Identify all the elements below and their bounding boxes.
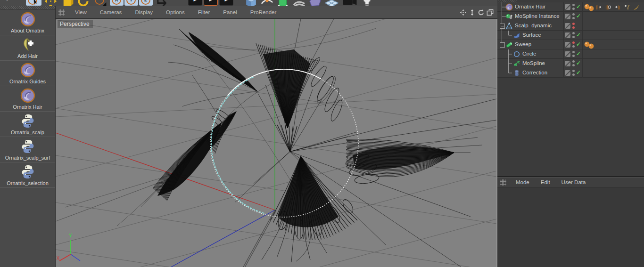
viewport-3d-scene[interactable]: YX [56,19,496,267]
axis-y-lock-icon[interactable]: Y [124,0,138,6]
editor-visibility-dot[interactable] [572,13,575,16]
sidebar-item-ornatrix-scalp-surf[interactable]: Ornatrix_scalp_surf [0,137,55,162]
editor-visibility-dot[interactable] [572,51,575,53]
enabled-check[interactable]: ✓ [576,60,583,66]
modeling-icon[interactable] [276,0,290,6]
layer-toggle[interactable] [565,70,570,76]
viewport-menu-filter[interactable]: Filter [191,9,217,15]
om-column-divider [563,2,564,78]
render-visibility-dot[interactable] [572,26,575,29]
flag-hair-tag-icon[interactable] [624,4,630,10]
attribute-manager-body [497,187,644,267]
editor-visibility-dot[interactable] [572,41,575,44]
am-menu-edit[interactable]: Edit [535,179,556,185]
menubar-grip-icon[interactable] [500,179,506,186]
render-settings-icon[interactable]: ▶ [204,0,218,6]
volume-icon[interactable] [308,0,322,6]
spline-pen-icon[interactable] [260,0,274,6]
layer-toggle[interactable] [565,32,570,38]
axis-x-lock-icon[interactable]: X [110,0,124,6]
sidebar-item-ornatrix-hair[interactable]: Ornatrix Hair [0,86,55,112]
pan-icon[interactable] [460,9,467,16]
render-visibility-dot[interactable] [572,36,575,38]
rotate-tool-icon[interactable] [76,0,91,6]
viewport-nav-icons [460,9,494,16]
menubar-grip-icon[interactable] [58,9,65,16]
viewport-menu-prorender[interactable]: ProRender [244,9,283,15]
object-name: MoSpline Instance [515,13,560,19]
enabled-check[interactable]: ✓ [576,13,583,19]
sidebar-item-add-hair[interactable]: Add Hair [0,35,55,61]
viewport-menu-options[interactable]: Options [159,9,191,15]
am-menu-mode[interactable]: Mode [510,179,535,185]
hair-swoosh-tag-icon[interactable] [633,4,640,10]
tree-collapse-box[interactable] [500,42,505,48]
enabled-check[interactable]: ✓ [576,50,583,57]
enabled-check[interactable]: ✓ [576,69,583,76]
viewport-menu-cameras[interactable]: Cameras [93,9,129,15]
palette-drag-handle[interactable] [0,6,55,10]
rotate-view-icon[interactable] [478,9,485,16]
perspective-view[interactable]: YX Perspective [56,19,497,267]
arrow-comb-tag-icon[interactable] [614,4,621,10]
scale-tool-icon[interactable] [60,0,74,6]
coordinate-system-icon[interactable] [156,0,172,6]
view-label[interactable]: Perspective [58,20,93,28]
sidebar-item-ornatrix-guides[interactable]: Ornatrix Guides [0,61,55,86]
undo-icon[interactable]: ↶ [0,0,17,6]
add-cube-icon[interactable] [244,0,258,6]
render-visibility-dot[interactable] [572,55,575,57]
render-visibility-dot[interactable] [572,8,575,10]
render-visibility-dot[interactable] [572,45,575,48]
toggle-views-icon[interactable] [487,9,494,16]
render-visibility-dot[interactable] [572,64,575,66]
sidebar-item-label: Ornatrix_scalp [11,129,44,135]
viewport-menu-view[interactable]: View [68,9,93,15]
move-tool-icon[interactable] [43,0,58,6]
zoom-icon[interactable] [469,9,476,16]
layer-toggle[interactable] [565,51,570,57]
layer-toggle[interactable] [565,4,570,10]
enabled-check[interactable]: ✓ [576,41,583,48]
editor-visibility-dot[interactable] [572,70,575,72]
last-tool-icon[interactable] [93,0,107,6]
object-tree-lines [497,2,520,78]
sidebar-item-label: Add Hair [17,53,38,59]
mograph-icon[interactable] [292,0,306,6]
viewport-menu-display[interactable]: Display [128,9,159,15]
layer-toggle[interactable] [565,23,570,29]
viewport-menu-panel[interactable]: Panel [216,9,243,15]
sidebar-item-ornatrix-scalp[interactable]: Ornatrix_scalp [0,112,55,137]
am-menu-user-data[interactable]: User Data [556,179,592,185]
editor-visibility-dot[interactable] [572,32,575,34]
sphere-tag-icon[interactable] [588,43,594,49]
editor-visibility-dot[interactable] [572,23,575,25]
layer-toggle[interactable] [565,14,570,19]
ornatrix-swirl-icon [20,63,35,78]
layer-toggle[interactable] [565,42,570,48]
tree-collapse-box[interactable] [500,24,505,29]
comb-circle-tag-icon[interactable] [605,4,611,10]
comb-arrow-tag-icon[interactable] [595,4,602,10]
render-queue-icon[interactable]: ▶ [219,0,233,6]
python-icon [20,113,35,129]
axis-z-lock-icon[interactable]: Z [139,0,153,6]
light-icon[interactable] [360,0,374,6]
sidebar-item-ornatrix-selection[interactable]: Ornatrix_selection [0,162,55,188]
sphere-tag-icon[interactable] [588,5,594,12]
render-view-icon[interactable]: ▶ [188,0,202,6]
sidebar-item-label: Ornatrix Hair [13,104,42,110]
live-selection-icon[interactable] [26,0,41,6]
sidebar-item-label: Ornatrix_scalp_surf [5,155,50,161]
editor-visibility-dot[interactable] [572,60,575,63]
layer-toggle[interactable] [565,61,570,66]
render-visibility-dot[interactable] [572,17,575,19]
enabled-check[interactable]: ✓ [576,32,583,38]
editor-visibility-dot[interactable] [572,4,575,6]
render-visibility-dot[interactable] [572,73,575,76]
enabled-check[interactable]: ✓ [576,3,583,10]
sidebar-item-about-ornatrix[interactable]: About Ornatrix [0,10,55,35]
floor-icon[interactable] [324,0,339,6]
object-name: Correction [522,70,547,75]
camera-icon[interactable] [341,0,358,6]
